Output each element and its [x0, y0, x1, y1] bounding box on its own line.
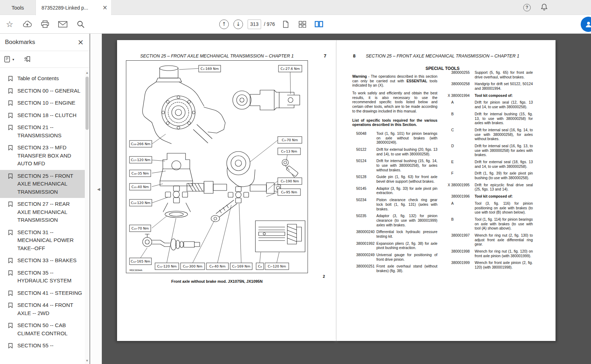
callout-c9: C₉-40 Nm [206, 263, 228, 270]
bookmark-item-toc[interactable]: Table of Contents [0, 72, 85, 85]
bookmark-panel-icon [4, 56, 11, 62]
bookmark-item-section-23[interactable]: SECTION 23 -- MFD TRANSFER BOX AND AUTO … [0, 142, 85, 170]
bookmark-icon [8, 145, 13, 153]
svg-text:C₅-190 Nm: C₅-190 Nm [281, 179, 299, 183]
callout-c8: C₈ [256, 263, 264, 270]
help-icon[interactable]: ? [523, 4, 531, 11]
tool-desc: Differential lock hydraulic pressure tes… [376, 230, 437, 239]
chevron-down-icon: ▾ [12, 57, 14, 61]
bookmark-item-section-35[interactable]: SECTION 35 -- HYDRAULIC SYSTEM [0, 267, 85, 287]
callout-c18: C₁₈-266 Nm [129, 140, 152, 147]
page-header: SECTION 25 – FRONT AXLE MECHANICAL TRANS… [126, 54, 308, 59]
tool-code: 380001998 [448, 249, 475, 258]
tool-desc: Wrench for ring nut (2, fig. 130) to adj… [475, 233, 533, 247]
tool-code: 50122 [352, 148, 376, 156]
two-page-view-icon [315, 21, 323, 27]
tool-row: 380000240Differential lock hydraulic pre… [352, 230, 437, 239]
bookmark-item-section-25[interactable]: SECTION 25 -- FRONT AXLE MECHANICAL TRAN… [0, 170, 85, 198]
favorites-star-button[interactable]: ☆ [1, 17, 18, 32]
tool-desc: Guide pin (1, fig. 63) for front axle be… [376, 175, 437, 184]
special-tools-title: SPECIAL TOOLS [352, 66, 533, 71]
tool-row: 380000258Handgrip for drift set 50122, 5… [448, 82, 533, 91]
bookmark-item-section-50[interactable]: SECTION 50 -- CAB CLIMATE CONTROL [0, 319, 85, 340]
panel-gutter [90, 34, 102, 364]
goto-current-bookmark-button[interactable] [24, 56, 31, 62]
bookmark-item-section-10[interactable]: SECTION 10 -- ENGINE [0, 97, 85, 109]
bookmark-icon [8, 112, 13, 121]
page-header: SECTION 25 – FRONT AXLE MECHANICAL TRANS… [352, 54, 533, 59]
next-page-button[interactable]: ↓ [233, 20, 243, 29]
tab-close-icon[interactable]: × [103, 5, 107, 11]
tool-row: 50234Piston clearance check ring gear lo… [352, 198, 437, 211]
svg-text:C₄-13 Nm: C₄-13 Nm [281, 149, 297, 153]
person-icon [585, 21, 591, 28]
tool-code: 380001992 [352, 242, 376, 250]
tool-desc: Tool (1, fig. 101) for pinion bearings o… [376, 132, 437, 145]
bookmarks-scrollbar[interactable]: ▲ ▼ [85, 70, 89, 364]
bookmark-item-section-55[interactable]: SECTION 55 -- [0, 340, 85, 352]
bookmarks-close-icon[interactable]: × [77, 39, 84, 46]
svg-text:C₁₁-120 Nm: C₁₁-120 Nm [157, 264, 177, 268]
figure-caption: Front axle without brake mod. JX1075N, J… [126, 279, 308, 283]
bookmark-item-section-41[interactable]: SECTION 41 -- STEERING [0, 287, 85, 299]
tool-row: 50235Adaptor (3, fig. 132) for pinion cl… [352, 214, 437, 227]
tool-desc: Drift for external bushing (20, figs. 13… [376, 148, 437, 156]
bookmark-label: SECTION 18 -- CLUTCH [17, 112, 77, 118]
callout-c15: C₁₅-40 Nm [129, 183, 151, 190]
two-page-view-button[interactable] [313, 18, 325, 31]
tab-tools[interactable]: Tools [0, 0, 35, 15]
tool-code: 380001999 [448, 261, 475, 270]
tool-row: 380001997Wrench for ring nut (2, fig. 13… [448, 233, 533, 247]
tool-desc: Tool kit composed of: [475, 94, 533, 98]
svg-text:C₁₄-120 Nm: C₁₄-120 Nm [131, 201, 150, 205]
bookmark-icon [8, 125, 13, 133]
bookmark-item-section-27[interactable]: SECTION 27 -- REAR AXLE MECHANICAL TRANS… [0, 198, 85, 226]
collapse-panel-handle[interactable]: ◀ [95, 184, 102, 194]
page-thumbnails-button[interactable] [296, 18, 308, 31]
tool-code: F [448, 171, 475, 180]
single-page-view-button[interactable] [280, 18, 292, 31]
tool-row: 50145Adaptor (3, fig. 33) for axle pivot… [352, 187, 437, 195]
bookmark-label: SECTION 41 -- STEERING [17, 290, 82, 296]
page-number-input[interactable]: 313 [248, 20, 261, 29]
previous-page-button[interactable]: ↑ [219, 20, 229, 29]
notifications-bell-icon[interactable] [541, 3, 548, 12]
tool-code: 50145 [352, 187, 376, 195]
tool-desc: Tool kit composed of: [475, 194, 533, 199]
bookmark-list: Table of Contents SECTION 00 -- GENERAL … [0, 70, 85, 364]
bookmark-item-section-31[interactable]: SECTION 31 -- MECHANICAL POWER TAKE--OFF [0, 226, 85, 255]
account-avatar-button[interactable] [581, 17, 591, 32]
bookmark-item-section-00[interactable]: SECTION 00 -- GENERAL [0, 85, 85, 97]
email-button[interactable] [54, 17, 72, 32]
svg-text:C₁₇-120 Nm: C₁₇-120 Nm [131, 158, 150, 162]
share-cloud-button[interactable] [18, 17, 36, 32]
main-toolbar: ☆ ↑ ↓ 313 / 976 [0, 15, 591, 34]
tool-desc: Universal gauge for positioning of front… [376, 253, 437, 262]
tool-row: 50122Drift for external bushing (20, fig… [352, 148, 437, 156]
thumbnails-grid-icon [299, 21, 306, 28]
bookmark-icon [8, 201, 13, 209]
tab-document[interactable]: 87352289-Linked p... × [35, 0, 111, 15]
search-button[interactable] [72, 17, 89, 32]
scrollbar-thumb[interactable] [85, 77, 89, 130]
tool-code: 50124 [352, 159, 376, 172]
callout-c1-top: C₁-169 Nm [199, 65, 221, 72]
bookmark-item-section-18[interactable]: SECTION 18 -- CLUTCH [0, 109, 85, 122]
scroll-up-icon[interactable]: ▲ [85, 70, 89, 75]
bookmark-options-button[interactable]: ▾ [4, 56, 14, 62]
svg-text:C₃-70 Nm: C₃-70 Nm [282, 138, 298, 142]
svg-text:C₁₂-165 Nm: C₁₂-165 Nm [131, 259, 150, 263]
bookmark-label: SECTION 00 -- GENERAL [17, 88, 81, 94]
page-number: 7 [324, 53, 326, 59]
warning-label: Warning [352, 75, 367, 78]
print-button[interactable] [36, 17, 54, 32]
tool-row: 380000255Support (5, fig. 65) for front … [448, 71, 533, 79]
scroll-down-icon[interactable]: ▼ [85, 358, 89, 363]
callout-c3: C₃-70 Nm [278, 137, 302, 143]
bookmark-item-section-44[interactable]: SECTION 44 -- FRONT AXLE -- 2WD [0, 299, 85, 319]
tool-row: 50124Drift for internal bushing (15, fig… [352, 159, 437, 172]
bookmark-icon [8, 302, 13, 310]
bookmark-item-section-33[interactable]: SECTION 33 -- BRAKES [0, 254, 85, 267]
pdf-page-left: SECTION 25 – FRONT AXLE MECHANICAL TRANS… [117, 40, 336, 341]
bookmark-item-section-21[interactable]: SECTION 21 -- TRANSMISSIONS [0, 121, 85, 142]
